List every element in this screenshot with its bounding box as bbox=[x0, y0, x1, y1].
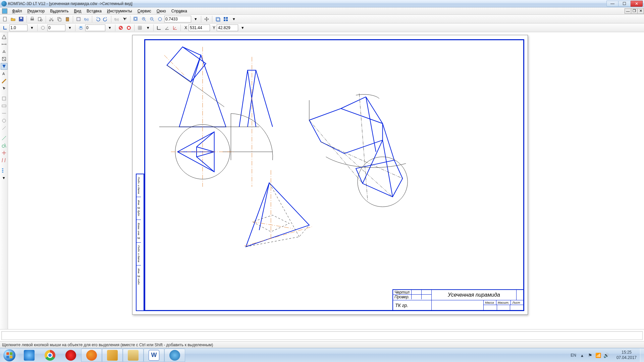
task-explorer[interactable] bbox=[123, 349, 144, 362]
mdi-minimize-button[interactable]: — bbox=[625, 8, 631, 14]
menubar: ФФайлайл Редактор Выделить Вид Вставка И… bbox=[0, 7, 644, 15]
fx-button[interactable]: f(x) bbox=[113, 15, 120, 23]
task-chrome[interactable] bbox=[40, 349, 60, 362]
tool4-button[interactable] bbox=[1, 117, 7, 124]
tray-network-icon[interactable]: 📶 bbox=[596, 353, 601, 358]
parallel-tool-button[interactable] bbox=[1, 157, 7, 164]
coord-y-input[interactable]: 42.829 bbox=[217, 24, 238, 31]
mdi-restore-button[interactable]: ❐ bbox=[631, 8, 638, 14]
stop2-button[interactable] bbox=[125, 24, 132, 32]
grid-button[interactable] bbox=[136, 24, 144, 32]
snap-angle-button[interactable] bbox=[163, 24, 171, 32]
vars-button[interactable]: f(x) bbox=[83, 15, 90, 23]
language-indicator[interactable]: EN bbox=[567, 353, 580, 358]
menu-help[interactable]: Справка bbox=[169, 8, 190, 14]
task-outlook[interactable] bbox=[102, 349, 123, 362]
redo-button[interactable] bbox=[102, 15, 109, 23]
layers-button[interactable] bbox=[77, 24, 85, 32]
task-ie[interactable] bbox=[19, 349, 40, 362]
snap-a-button[interactable] bbox=[39, 24, 47, 32]
menu-file[interactable]: ФФайлайл bbox=[9, 8, 25, 14]
print-button[interactable] bbox=[29, 15, 36, 23]
zoom-in-button[interactable]: + bbox=[140, 15, 148, 23]
zoom-dropdown-button[interactable]: ▾ bbox=[192, 15, 199, 23]
pan-button[interactable] bbox=[203, 15, 210, 23]
menu-service[interactable]: Сервис bbox=[135, 8, 154, 14]
help-cursor-button[interactable]: ? bbox=[121, 15, 128, 23]
local-cs-button[interactable] bbox=[171, 24, 179, 32]
svg-point-39 bbox=[2, 145, 5, 147]
rebuild-button[interactable] bbox=[222, 15, 229, 23]
coord-x-input[interactable]: 531.44 bbox=[189, 24, 210, 31]
properties-button[interactable] bbox=[75, 15, 82, 23]
dimension-panel-button[interactable] bbox=[1, 41, 7, 48]
menu-select[interactable]: Выделить bbox=[47, 8, 71, 14]
line-tool-button[interactable] bbox=[1, 135, 7, 141]
line-weight-input[interactable] bbox=[9, 24, 28, 31]
menu-tools[interactable]: Инструменты bbox=[104, 8, 135, 14]
zoom-out-button[interactable]: − bbox=[148, 15, 156, 23]
expand-button[interactable]: ▾ bbox=[1, 174, 7, 181]
mdi-close-button[interactable]: ✕ bbox=[637, 8, 644, 14]
save-button[interactable] bbox=[17, 15, 25, 23]
menu-window[interactable]: Окно bbox=[154, 8, 169, 14]
grid-dropdown-button[interactable]: ▾ bbox=[144, 24, 152, 32]
coord-dropdown-button[interactable]: ▾ bbox=[239, 24, 246, 32]
svg-rect-5 bbox=[38, 17, 41, 21]
start-button[interactable] bbox=[0, 348, 19, 362]
tangent-tool-button[interactable] bbox=[1, 142, 7, 149]
close-button[interactable]: ✕ bbox=[631, 1, 643, 7]
current-state-button[interactable] bbox=[1, 24, 9, 32]
menu-view[interactable]: Вид bbox=[71, 8, 84, 14]
tool3-button[interactable] bbox=[1, 110, 7, 117]
text-panel-button[interactable]: A bbox=[1, 70, 7, 77]
task-word[interactable]: W bbox=[144, 349, 164, 362]
geometry-panel-button[interactable] bbox=[1, 34, 7, 40]
menu-insert[interactable]: Вставка bbox=[84, 8, 104, 14]
new-doc-button[interactable] bbox=[1, 15, 9, 23]
tray-show-hidden-icon[interactable]: ▴ bbox=[580, 353, 585, 358]
params-panel-button[interactable] bbox=[1, 63, 7, 70]
tray-volume-icon[interactable]: 🔊 bbox=[604, 353, 609, 358]
undo-button[interactable] bbox=[94, 15, 101, 23]
style-b-dropdown-button[interactable]: ▾ bbox=[106, 24, 113, 32]
style-a-input[interactable] bbox=[47, 24, 65, 31]
preview-button[interactable] bbox=[37, 15, 44, 23]
tool5-button[interactable] bbox=[1, 125, 7, 131]
refresh-button[interactable] bbox=[214, 15, 221, 23]
tree-button[interactable] bbox=[1, 167, 7, 174]
menu-editor[interactable]: Редактор bbox=[25, 8, 48, 14]
zoom-fit-button[interactable] bbox=[156, 15, 164, 23]
lineweight-dropdown-button[interactable]: ▾ bbox=[28, 24, 36, 32]
tray-flag-icon[interactable]: ⚑ bbox=[588, 353, 593, 358]
open-button[interactable] bbox=[9, 15, 17, 23]
cut-button[interactable] bbox=[48, 15, 55, 23]
perp-tool-button[interactable] bbox=[1, 149, 7, 156]
edit-panel-button[interactable] bbox=[1, 56, 7, 62]
task-firefox[interactable] bbox=[81, 349, 102, 362]
tool2-button[interactable] bbox=[1, 103, 7, 109]
minimize-button[interactable]: — bbox=[606, 1, 619, 7]
separator bbox=[26, 16, 27, 22]
select-panel-button[interactable] bbox=[1, 85, 7, 92]
style-a-dropdown-button[interactable]: ▾ bbox=[66, 24, 73, 32]
mdi-system-icon[interactable] bbox=[2, 8, 7, 14]
copy-button[interactable] bbox=[56, 15, 63, 23]
paste-button[interactable] bbox=[64, 15, 71, 23]
maximize-button[interactable]: ☐ bbox=[619, 1, 631, 7]
symbols-panel-button[interactable] bbox=[1, 48, 7, 55]
ortho-button[interactable] bbox=[155, 24, 163, 32]
stop-button[interactable] bbox=[117, 24, 124, 32]
rebuild-dropdown-button[interactable]: ▾ bbox=[230, 15, 237, 23]
zoom-window-button[interactable] bbox=[132, 15, 140, 23]
command-input[interactable] bbox=[1, 331, 643, 340]
tray-clock[interactable]: 15:25 07.04.2017 bbox=[613, 350, 640, 360]
task-kompas[interactable] bbox=[164, 349, 185, 362]
style-b-input[interactable] bbox=[85, 24, 105, 31]
measure-panel-button[interactable] bbox=[1, 78, 7, 84]
tool1-button[interactable] bbox=[1, 95, 7, 102]
task-opera[interactable] bbox=[60, 349, 81, 362]
canvas[interactable]: Подп. и дата Инв. № дубл. Взам. инв. № П… bbox=[8, 32, 644, 329]
show-desktop-button[interactable] bbox=[640, 348, 644, 362]
zoom-value-input[interactable] bbox=[164, 16, 191, 22]
